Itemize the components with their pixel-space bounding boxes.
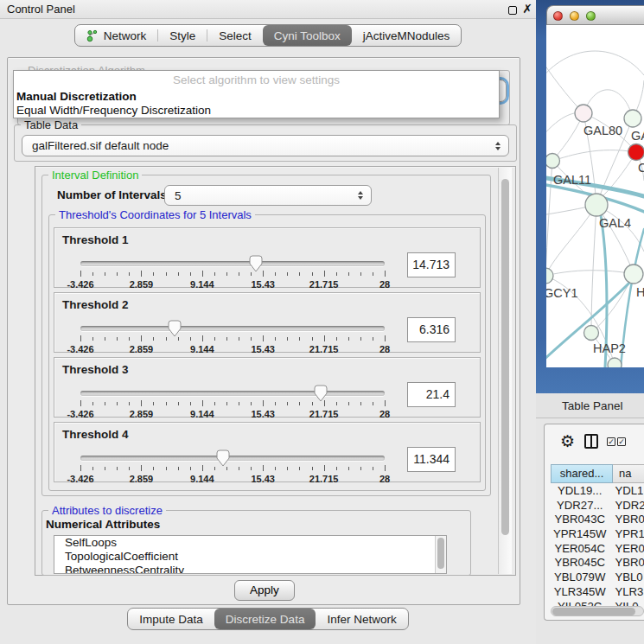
threshold-slider[interactable]: -3.4262.8599.14415.4321.71528 xyxy=(80,261,385,287)
cell-shared-name[interactable]: YDR27... xyxy=(551,499,609,513)
network-view-canvas[interactable]: GAL80GACGAL11GAL4GCY1HHAP2 xyxy=(546,25,644,367)
cell-shared-name[interactable]: YBR045C xyxy=(551,556,609,571)
table-row[interactable]: YIL052CYIL0 xyxy=(551,600,644,607)
network-graph: GAL80GACGAL11GAL4GCY1HHAP2 xyxy=(546,25,644,367)
scrollbar-thumb[interactable] xyxy=(437,538,444,569)
scrollbar-thumb[interactable] xyxy=(552,608,635,615)
numerical-attributes-list[interactable]: SelfLoopsTopologicalCoefficientBetweenne… xyxy=(54,535,447,574)
tab-discretize-data[interactable]: Discretize Data xyxy=(214,609,316,629)
network-node[interactable] xyxy=(628,144,644,161)
network-node[interactable] xyxy=(546,268,553,284)
columns-icon[interactable] xyxy=(584,434,598,449)
network-node[interactable] xyxy=(624,110,641,127)
slider-track[interactable] xyxy=(80,456,385,461)
scrollbar-thumb[interactable] xyxy=(501,179,509,535)
table-row[interactable]: YBL079WYBL0 xyxy=(551,571,644,585)
network-node[interactable] xyxy=(608,358,622,367)
algorithm-hint-item[interactable]: Select algorithm to view settings xyxy=(14,73,499,86)
close-light-icon[interactable] xyxy=(553,11,563,21)
network-node-label: GA xyxy=(631,129,644,143)
tab-infer-network[interactable]: Infer Network xyxy=(316,609,407,629)
table-data-group-title: Table Data xyxy=(21,118,81,131)
cell-shared-name[interactable]: YER054C xyxy=(551,542,609,557)
bottom-tabbar: Impute Data Discretize Data Infer Networ… xyxy=(127,608,408,630)
network-node[interactable] xyxy=(585,194,608,216)
cell-shared-name[interactable]: YLR345W xyxy=(551,585,609,600)
threshold-value-field[interactable]: 21.4 xyxy=(407,382,456,407)
network-window-frame: GAL80GACGAL11GAL4GCY1HHAP2 xyxy=(536,0,644,393)
table-row[interactable]: YDR27...YDR2 xyxy=(551,499,644,513)
threshold-label: Threshold 3 xyxy=(62,363,129,376)
number-of-intervals-combobox[interactable]: 5 xyxy=(164,185,372,206)
network-node[interactable] xyxy=(584,326,599,341)
attribute-list-item[interactable]: SelfLoops xyxy=(54,536,446,550)
slider-tick-labels: -3.4262.8599.14415.4321.71528 xyxy=(80,474,385,484)
algorithm-option-equal-width[interactable]: Equal Width/Frequency Discretization xyxy=(16,104,211,117)
tab-jactivemnodules-label: jActiveMNodules xyxy=(363,29,450,42)
slider-tick-labels: -3.4262.8599.14415.4321.71528 xyxy=(80,344,385,354)
cell-shared-name[interactable]: YPR145W xyxy=(551,527,609,542)
column-header-shared-name[interactable]: shared... xyxy=(551,464,613,483)
cell-name[interactable]: YER0 xyxy=(609,542,644,557)
table-row[interactable]: YDL19...YDL1 xyxy=(551,484,644,499)
checkbox-icon[interactable]: ✓ xyxy=(617,437,626,446)
tab-style[interactable]: Style xyxy=(158,25,207,46)
close-icon[interactable]: ✗ xyxy=(522,2,532,16)
network-node-label: HAP2 xyxy=(593,341,626,355)
network-node[interactable] xyxy=(546,154,560,169)
tab-cyni-toolbox-label: Cyni Toolbox xyxy=(274,29,341,42)
cell-name[interactable]: YDL1 xyxy=(609,484,644,499)
cell-shared-name[interactable]: YBL079W xyxy=(551,571,609,585)
network-node[interactable] xyxy=(575,105,592,122)
algorithm-option-manual[interactable]: Manual Discretization xyxy=(16,90,137,103)
table-row[interactable]: YLR345WYLR3 xyxy=(551,585,644,600)
table-body[interactable]: YDL19...YDL1YDR27...YDR2YBR043CYBR0YPR14… xyxy=(551,484,644,606)
table-row[interactable]: YBR043CYBR0 xyxy=(551,513,644,527)
control-panel: Control Panel ✗ Network Style Select Cyn… xyxy=(0,0,536,644)
cell-shared-name[interactable]: YIL052C xyxy=(551,600,609,607)
table-row[interactable]: YER054CYER0 xyxy=(551,542,644,557)
tab-impute-data[interactable]: Impute Data xyxy=(128,609,214,629)
tab-select[interactable]: Select xyxy=(207,25,263,46)
table-row[interactable]: YBR045CYBR0 xyxy=(551,556,644,571)
table-row[interactable]: YPR145WYPR1 xyxy=(551,527,644,542)
zoom-light-icon[interactable] xyxy=(586,11,596,21)
attribute-list-item[interactable]: BetweennessCentrality xyxy=(54,564,446,574)
table-data-combobox[interactable]: galFiltered.sif default node xyxy=(22,135,509,156)
attribute-list-item[interactable]: TopologicalCoefficient xyxy=(54,550,446,564)
slider-track[interactable] xyxy=(80,391,385,396)
cell-name[interactable]: YIL0 xyxy=(609,600,644,607)
attributes-list-scrollbar[interactable] xyxy=(435,536,446,573)
tab-jactivemnodules[interactable]: jActiveMNodules xyxy=(352,25,462,46)
cell-name[interactable]: YDR2 xyxy=(609,499,644,513)
cell-name[interactable]: YBR0 xyxy=(609,556,644,571)
checkbox-icon[interactable]: ✓ xyxy=(607,437,615,446)
cell-name[interactable]: YBL0 xyxy=(609,571,644,585)
attributes-group-title: Attributes to discretize xyxy=(48,504,166,517)
minimize-light-icon[interactable] xyxy=(570,11,579,21)
gear-icon[interactable]: ⚙ xyxy=(560,431,575,451)
threshold-value-field[interactable]: 6.316 xyxy=(407,317,456,342)
apply-button[interactable]: Apply xyxy=(234,580,295,601)
threshold-value-field[interactable]: 11.344 xyxy=(407,447,456,472)
column-header-name[interactable]: na xyxy=(613,464,644,483)
tab-cyni-toolbox[interactable]: Cyni Toolbox xyxy=(263,25,352,46)
threshold-value-field[interactable]: 14.713 xyxy=(407,252,456,277)
combo-arrows-icon xyxy=(358,191,363,200)
cell-name[interactable]: YLR3 xyxy=(609,585,644,600)
float-window-icon[interactable] xyxy=(508,6,517,15)
tab-network[interactable]: Network xyxy=(75,25,158,46)
slider-track[interactable] xyxy=(80,261,385,266)
table-horizontal-scrollbar[interactable] xyxy=(551,606,644,616)
threshold-slider[interactable]: -3.4262.8599.14415.4321.71528 xyxy=(80,326,385,352)
slider-track[interactable] xyxy=(80,326,385,331)
threshold-slider[interactable]: -3.4262.8599.14415.4321.71528 xyxy=(80,456,385,481)
settings-vertical-scrollbar[interactable] xyxy=(498,168,512,574)
cell-name[interactable]: YBR0 xyxy=(609,513,644,527)
cell-shared-name[interactable]: YDL19... xyxy=(551,484,609,499)
cell-shared-name[interactable]: YBR043C xyxy=(551,513,609,527)
network-node[interactable] xyxy=(624,265,643,284)
threshold-slider[interactable]: -3.4262.8599.14415.4321.71528 xyxy=(80,391,385,417)
network-window-titlebar[interactable] xyxy=(546,5,644,25)
cell-name[interactable]: YPR1 xyxy=(609,527,644,542)
